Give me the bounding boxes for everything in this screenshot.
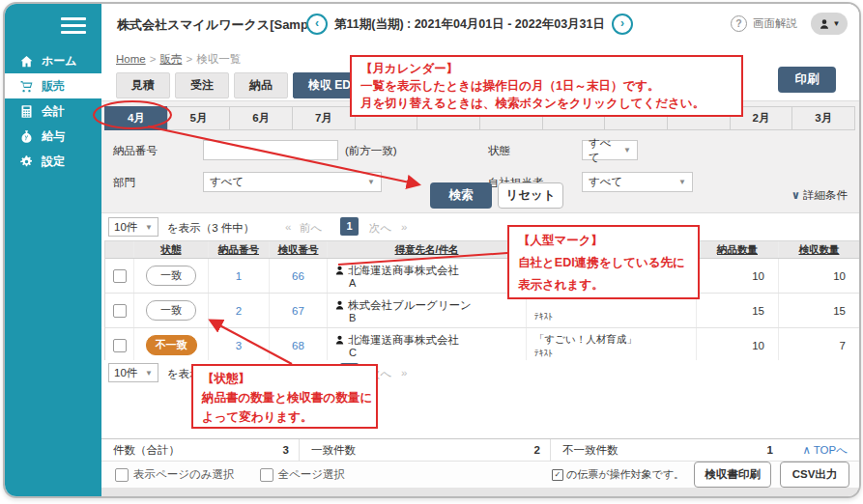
month-tab-april[interactable]: 4月 [104, 106, 168, 130]
tab-estimate[interactable]: 見積 [116, 72, 170, 98]
select-current-page-checkbox[interactable]: 表示ページのみ選択 [115, 467, 235, 482]
inspection-no-link[interactable]: 68 [292, 340, 304, 351]
person-icon [334, 334, 345, 346]
csv-export-button[interactable]: CSV出力 [780, 462, 849, 488]
mismatch-count-label: 不一致件数 [562, 443, 618, 458]
status-select[interactable]: すべて▼ [582, 140, 638, 160]
caret-down-icon: ▼ [833, 19, 841, 28]
rep-select[interactable]: すべて▼ [582, 172, 693, 192]
col-customer[interactable]: 得意先名/件名 [328, 241, 527, 258]
chevron-down-icon: ∨ [791, 189, 800, 201]
total-count-label: 件数（合計） [113, 443, 180, 458]
sidebar-item-accounting[interactable]: 会計 [5, 98, 101, 124]
qty-delivery: 15 [697, 294, 779, 327]
note-text: ﾃｷｽﾄ [534, 348, 553, 358]
back-to-top-link[interactable]: ∧ TOPへ [802, 443, 859, 458]
search-button[interactable]: 検索 [430, 182, 492, 209]
customer-sub: C [349, 348, 357, 358]
period-prev-button[interactable]: ‹ [306, 14, 328, 35]
col-qty-inspection[interactable]: 検収数量 [779, 241, 859, 258]
sidebar-item-sales[interactable]: 販売 [5, 73, 101, 98]
reset-button[interactable]: リセット [498, 182, 563, 209]
qty-inspection: 15 [779, 294, 859, 327]
month-tab-march[interactable]: 3月 [791, 106, 855, 130]
per-page-select[interactable]: 10件▼ [108, 217, 158, 237]
inspection-no-link[interactable]: 66 [292, 270, 304, 282]
help-icon[interactable]: ? [731, 15, 747, 32]
note-text: ﾃｷｽﾄ [534, 311, 553, 322]
period-next-button[interactable]: › [612, 14, 633, 35]
delivery-no-link[interactable]: 3 [236, 340, 242, 351]
print-button[interactable]: 印刷 [778, 67, 836, 93]
search-panel: 4月 5月 6月 7月 2月 3月 納品番号 (前方一致) 状態 すべて▼ 部門… [101, 100, 859, 213]
state-badge-match[interactable]: 一致 [146, 300, 196, 321]
month-tab-july[interactable]: 7月 [292, 106, 356, 130]
status-label: 状態 [488, 144, 510, 158]
hamburger-menu-icon[interactable] [61, 17, 86, 35]
user-menu[interactable]: ▼ [811, 13, 848, 35]
month-tab-june[interactable]: 6月 [229, 106, 293, 130]
last-page-button[interactable]: » [401, 221, 407, 233]
first-page-button[interactable]: « [285, 221, 291, 233]
sidebar-item-label: 設定 [42, 154, 65, 170]
detail-conditions-toggle[interactable]: ∨詳細条件 [791, 188, 848, 203]
delivery-no-link[interactable]: 1 [236, 270, 242, 282]
breadcrumb-sales[interactable]: 販売 [159, 53, 182, 65]
person-icon [334, 299, 345, 311]
sidebar-item-label: ホーム [42, 53, 77, 70]
mismatch-count-value: 1 [767, 444, 773, 456]
sidebar-item-label: 販売 [42, 78, 65, 95]
per-page-suffix: を表示（3 件中） [167, 221, 254, 236]
sidebar: ホーム 販売 会計 給与 設定 [5, 4, 101, 496]
user-icon [819, 18, 830, 30]
last-page-button[interactable]: » [401, 367, 407, 378]
inspection-table: 状態 納品番号 検収番号 得意先名/件名 納品数量 検収数量 一致 1 66 北… [104, 240, 860, 363]
inspection-no-link[interactable]: 67 [292, 305, 304, 317]
select-all-header [105, 241, 134, 258]
table-header-row: 状態 納品番号 検収番号 得意先名/件名 納品数量 検収数量 [105, 241, 859, 259]
department-select[interactable]: すべて▼ [203, 172, 382, 192]
customer-name: 株式会社ブルーグリーン [348, 298, 472, 313]
row-checkbox[interactable] [113, 304, 127, 318]
row-checkbox[interactable] [113, 339, 127, 352]
per-page-select[interactable]: 10件▼ [108, 363, 158, 382]
select-all-pages-checkbox[interactable]: 全ページ選択 [260, 467, 346, 482]
help-label[interactable]: 画面解説 [753, 16, 797, 31]
print-inspection-slip-button[interactable]: 検収書印刷 [694, 462, 771, 488]
sidebar-item-home[interactable]: ホーム [5, 48, 101, 73]
calculator-icon [19, 104, 34, 119]
period-label: 第11期(当期) : 2021年04月01日 - 2022年03月31日 [334, 16, 605, 33]
page-number-button[interactable]: 1 [340, 217, 359, 236]
delivery-no-input[interactable] [203, 140, 338, 160]
annotation-title: 【人型マーク】 [518, 230, 689, 252]
annotation-title: 【状態】 [202, 369, 367, 388]
state-badge-mismatch[interactable]: 不一致 [146, 335, 197, 355]
annotation-title: 【月カレンダー】 [360, 60, 733, 77]
annotation-line: 月を切り替えるときは、検索ボタンをクリックしてください。 [360, 95, 733, 112]
tab-order[interactable]: 受注 [175, 72, 229, 98]
qty-inspection: 10 [779, 259, 859, 293]
caret-down-icon: ▼ [678, 178, 686, 186]
moneybag-icon [19, 129, 34, 144]
col-qty-delivery[interactable]: 納品数量 [697, 241, 779, 258]
col-delivery-no[interactable]: 納品番号 [209, 241, 270, 258]
caret-down-icon: ▼ [145, 223, 153, 232]
col-inspection-no[interactable]: 検収番号 [270, 241, 328, 258]
delivery-no-link[interactable]: 2 [236, 305, 242, 317]
breadcrumb-current: 検収一覧 [196, 53, 241, 65]
note-title: 「すごい！人材育成」 [534, 333, 637, 347]
prev-page-button[interactable]: 前へ [300, 221, 322, 236]
month-tab-may[interactable]: 5月 [167, 106, 231, 130]
breadcrumb-home[interactable]: Home [116, 53, 146, 65]
tab-delivery[interactable]: 納品 [234, 72, 288, 98]
next-page-button[interactable]: 次へ [369, 221, 391, 236]
checkbox-icon [260, 468, 273, 482]
match-count-label: 一致件数 [311, 443, 356, 458]
table-row: 不一致 3 68 北海運送商事株式会社 C 「すごい！人材育成」ﾃｷｽﾄ 10 … [105, 328, 859, 362]
row-checkbox[interactable] [113, 269, 127, 283]
sidebar-item-settings[interactable]: 設定 [5, 149, 101, 174]
col-state[interactable]: 状態 [134, 241, 209, 258]
sidebar-item-payroll[interactable]: 給与 [5, 124, 101, 149]
state-badge-match[interactable]: 一致 [146, 266, 196, 286]
annotation-line: よって変わります。 [202, 407, 367, 427]
